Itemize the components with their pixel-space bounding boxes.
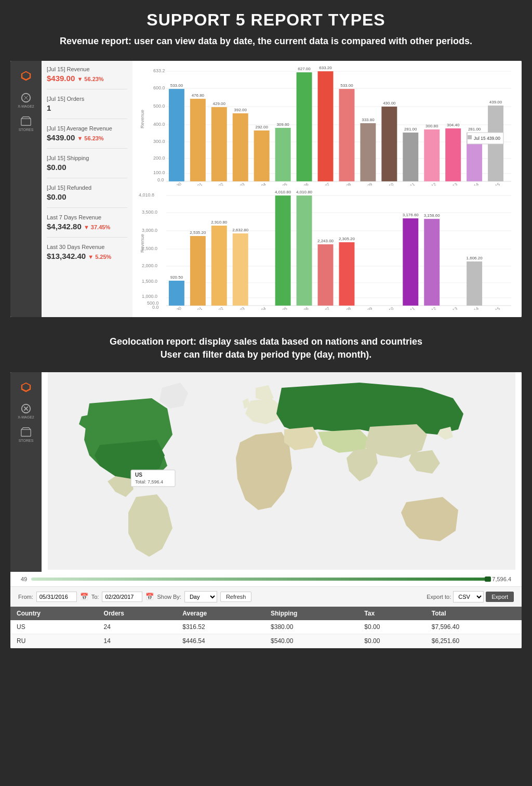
svg-text:633.2: 633.2	[153, 68, 165, 73]
svg-text:Jul 12: Jul 12	[425, 182, 437, 186]
svg-text:Jul 07: Jul 07	[319, 306, 331, 310]
stat-jul15-orders: [Jul 15] Orders 1	[47, 96, 127, 119]
map-stores-icon[interactable]: STORES	[16, 424, 36, 445]
map-sidebar: X-MAGE2 STORES	[10, 372, 42, 572]
svg-rect-79	[211, 226, 227, 306]
bar-jul10	[381, 107, 397, 181]
bar-jul08	[339, 89, 354, 181]
col-orders: Orders	[98, 607, 177, 620]
svg-text:3,176.60: 3,176.60	[403, 213, 419, 217]
svg-text:Jul 12: Jul 12	[425, 306, 437, 310]
svg-text:429.00: 429.00	[213, 101, 226, 106]
svg-rect-85	[297, 195, 312, 306]
stat-jul15-avg: [Jul 15] Average Revenue $439.00 ▼ 56.23…	[47, 125, 127, 149]
svg-text:3,158.60: 3,158.60	[424, 213, 441, 218]
from-date-input[interactable]	[36, 592, 77, 602]
svg-text:Jun 30: Jun 30	[169, 306, 182, 310]
svg-text:533.00: 533.00	[170, 83, 183, 88]
cell-orders: 14	[98, 634, 177, 648]
svg-text:1,500.0: 1,500.0	[142, 279, 157, 284]
svg-text:Jul 10: Jul 10	[383, 306, 395, 310]
xmage2-icon[interactable]: X-MAGE2	[16, 89, 36, 110]
svg-text:Jul 08: Jul 08	[340, 182, 352, 186]
svg-text:Jul 04: Jul 04	[255, 306, 267, 310]
cell-tax: $0.00	[358, 620, 425, 634]
svg-text:Jul 03: Jul 03	[234, 182, 246, 186]
bar-jul05	[275, 128, 291, 181]
stores-icon[interactable]: STORES	[16, 113, 36, 134]
svg-text:Jul 13: Jul 13	[446, 306, 458, 310]
svg-text:Jul 14: Jul 14	[468, 182, 480, 186]
refresh-button[interactable]: Refresh	[220, 592, 252, 602]
svg-text:920.50: 920.50	[170, 275, 183, 280]
revenue-report-panel: X-MAGE2 STORES [Jul 15] Revenue $439.00 …	[10, 61, 522, 317]
sidebar: X-MAGE2 STORES	[10, 61, 42, 317]
svg-text:4,010.8: 4,010.8	[139, 192, 154, 198]
svg-text:Total: 7,596.4: Total: 7,596.4	[135, 479, 163, 484]
svg-text:Jul 15: Jul 15	[489, 182, 501, 186]
svg-text:600.0: 600.0	[153, 85, 165, 90]
svg-text:Jul 14: Jul 14	[468, 306, 480, 310]
world-map: US Total: 7,596.4	[42, 372, 522, 572]
svg-text:430.00: 430.00	[383, 101, 396, 106]
svg-rect-91	[403, 218, 418, 306]
map-magento-icon[interactable]	[16, 377, 36, 398]
map-svg: US Total: 7,596.4	[42, 372, 522, 570]
svg-text:100.0: 100.0	[153, 170, 165, 175]
to-calendar-icon[interactable]: 📅	[145, 593, 154, 600]
to-label: To:	[91, 594, 99, 600]
cell-orders: 24	[98, 620, 177, 634]
cell-country: RU	[10, 634, 98, 648]
col-country: Country	[10, 607, 98, 620]
from-calendar-icon[interactable]: 📅	[80, 593, 88, 600]
cell-total: $7,596.40	[425, 620, 522, 634]
map-xmage2-icon[interactable]: X-MAGE2	[16, 401, 36, 422]
showby-select[interactable]: Day Month Year	[184, 591, 217, 602]
bar-jul11	[403, 133, 418, 181]
export-format-select[interactable]: CSV Excel	[453, 591, 484, 602]
cell-average: $316.52	[176, 620, 264, 634]
svg-text:Jul 04: Jul 04	[255, 182, 267, 186]
svg-text:Jul 15  439.00: Jul 15 439.00	[474, 136, 500, 141]
magento-icon[interactable]	[16, 66, 36, 87]
svg-text:309.60: 309.60	[276, 122, 289, 127]
bar-jul13	[445, 128, 461, 181]
range-min: 49	[21, 576, 27, 582]
svg-text:Jul 13: Jul 13	[446, 182, 458, 186]
svg-text:Jul 11: Jul 11	[404, 182, 416, 186]
svg-text:633.20: 633.20	[319, 66, 332, 70]
bar-jul06	[297, 72, 312, 181]
map-controls: From: 📅 To: 📅 Show By: Day Month Year Re…	[10, 586, 522, 607]
svg-text:Jul 15: Jul 15	[489, 306, 501, 310]
svg-text:Jul 01: Jul 01	[191, 306, 203, 310]
geo-section-label: Geolocation report: display sales data b…	[0, 325, 532, 369]
svg-text:0.0: 0.0	[152, 305, 158, 310]
svg-text:Jul 06: Jul 06	[298, 306, 310, 310]
svg-rect-89	[339, 242, 354, 306]
col-total: Total	[425, 607, 522, 620]
svg-rect-81	[233, 233, 248, 306]
geo-data-table: Country Orders Average Shipping Tax Tota…	[10, 607, 522, 648]
svg-text:400.0: 400.0	[153, 122, 165, 127]
to-date-input[interactable]	[102, 592, 142, 602]
svg-rect-75	[169, 281, 184, 306]
bar-jul09	[360, 123, 376, 181]
svg-text:2,535.20: 2,535.20	[190, 230, 206, 235]
cell-average: $446.54	[176, 634, 264, 648]
bar-jul12	[424, 129, 440, 181]
svg-rect-83	[275, 195, 291, 306]
geo-report-panel: X-MAGE2 STORES	[10, 372, 522, 648]
bar-jul03	[233, 113, 248, 181]
cell-shipping: $380.00	[264, 620, 358, 634]
svg-rect-116	[21, 429, 31, 436]
bar-jul04	[254, 130, 270, 181]
stats-panel: [Jul 15] Revenue $439.00 ▼ 56.23% [Jul 1…	[42, 61, 132, 317]
svg-text:Jul 06: Jul 06	[298, 182, 310, 186]
stat-jul15-shipping: [Jul 15] Shipping $0.00	[47, 155, 127, 178]
page-subtitle: Revenue report: user can view data by da…	[16, 35, 516, 48]
col-tax: Tax	[358, 607, 425, 620]
svg-rect-38	[468, 135, 472, 139]
bar-jul01	[190, 99, 206, 181]
export-button[interactable]: Export	[486, 592, 514, 602]
svg-text:2,910.80: 2,910.80	[211, 220, 228, 225]
